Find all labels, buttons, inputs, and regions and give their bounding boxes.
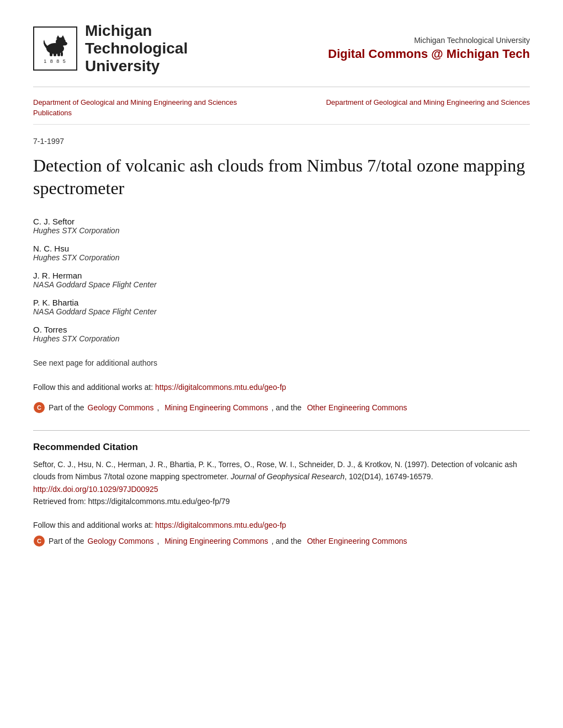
author-affiliation-2: Hughes STX Corporation [33,253,530,262]
author-block-5: O. Torres Hughes STX Corporation [33,325,530,343]
bottom-follow-text: Follow this and additional works at: [33,521,155,529]
commons-part-section: C Part of the Geology Commons, Mining En… [33,402,530,414]
svg-rect-6 [50,52,52,56]
see-next-page: See next page for additional authors [33,358,530,367]
author-name-1: C. J. Seftor [33,217,530,226]
breadcrumb-left-link[interactable]: Department of Geological and Mining Engi… [33,98,237,117]
svg-rect-9 [61,52,63,56]
bottom-follow-link[interactable]: https://digitalcommons.mtu.edu/geo-fp [155,521,286,529]
university-name: Michigan Technological University [85,22,188,76]
svg-text:C: C [37,404,41,411]
svg-point-5 [62,42,67,46]
author-block-1: C. J. Seftor Hughes STX Corporation [33,217,530,235]
author-affiliation-5: Hughes STX Corporation [33,334,530,343]
citation-doi-link[interactable]: http://dx.doi.org/10.1029/97JD00925 [33,485,158,494]
mtu-label: Michigan Technological University [328,36,530,45]
part-of-text: Part of the [49,403,84,412]
author-name-5: O. Torres [33,325,530,334]
university-year: 1 8 8 5 [44,58,67,64]
author-block-4: P. K. Bhartia NASA Goddard Space Flight … [33,298,530,316]
author-block-3: J. R. Herman NASA Goddard Space Flight C… [33,271,530,289]
svg-rect-7 [54,52,56,56]
bottom-geology-commons-link[interactable]: Geology Commons [88,537,154,545]
bottom-commons-icon: C [33,535,45,547]
breadcrumb-row: Department of Geological and Mining Engi… [33,97,530,125]
bottom-part-of-text: Part of the [49,537,84,545]
commons-icon: C [33,402,45,414]
wolf-icon [40,33,71,57]
svg-text:C: C [37,538,41,544]
digital-commons-link[interactable]: Digital Commons @ Michigan Tech [328,47,530,61]
section-divider [33,430,530,431]
header-right-area: Michigan Technological University Digita… [328,36,530,61]
follow-section: Follow this and additional works at: htt… [33,383,530,392]
follow-text: Follow this and additional works at: [33,383,155,392]
author-block-2: N. C. Hsu Hughes STX Corporation [33,244,530,262]
svg-rect-8 [57,52,60,56]
breadcrumb-right-link[interactable]: Department of Geological and Mining Engi… [326,98,530,106]
author-affiliation-3: NASA Goddard Space Flight Center [33,280,530,289]
bottom-mining-engineering-commons-link[interactable]: Mining Engineering Commons [164,537,268,545]
citation-journal: Journal of Geophysical Research [231,472,344,481]
follow-link[interactable]: https://digitalcommons.mtu.edu/geo-fp [155,383,286,392]
breadcrumb-left: Department of Geological and Mining Engi… [33,97,272,119]
other-engineering-commons-link[interactable]: Other Engineering Commons [307,403,407,412]
author-name-2: N. C. Hsu [33,244,530,253]
bottom-other-engineering-commons-link[interactable]: Other Engineering Commons [307,537,407,545]
authors-section: C. J. Seftor Hughes STX Corporation N. C… [33,217,530,343]
citation-volume: , 102(D14), 16749-16579. [344,472,433,481]
breadcrumb-right: Department of Geological and Mining Engi… [326,97,530,119]
citation-retrieved: Retrieved from: https://digitalcommons.m… [33,497,230,506]
author-affiliation-1: Hughes STX Corporation [33,226,530,235]
recommended-citation-body: Seftor, C. J., Hsu, N. C., Herman, J. R.… [33,458,530,508]
bottom-commons-part: C Part of the Geology Commons, Mining En… [33,535,530,547]
article-title: Detection of volcanic ash clouds from Ni… [33,154,530,200]
author-name-3: J. R. Herman [33,271,530,280]
author-name-4: P. K. Bhartia [33,298,530,307]
page-header: 1 8 8 5 Michigan Technological Universit… [33,22,530,87]
university-logo-box: 1 8 8 5 [33,26,77,71]
pub-date: 7-1-1997 [33,137,530,146]
geology-commons-link[interactable]: Geology Commons [88,403,154,412]
bottom-follow-section: Follow this and additional works at: htt… [33,521,530,529]
logo-area: 1 8 8 5 Michigan Technological Universit… [33,22,188,76]
university-name-block: Michigan Technological University [85,22,188,76]
recommended-citation-heading: Recommended Citation [33,442,530,453]
mining-engineering-commons-link[interactable]: Mining Engineering Commons [164,403,268,412]
author-affiliation-4: NASA Goddard Space Flight Center [33,307,530,316]
